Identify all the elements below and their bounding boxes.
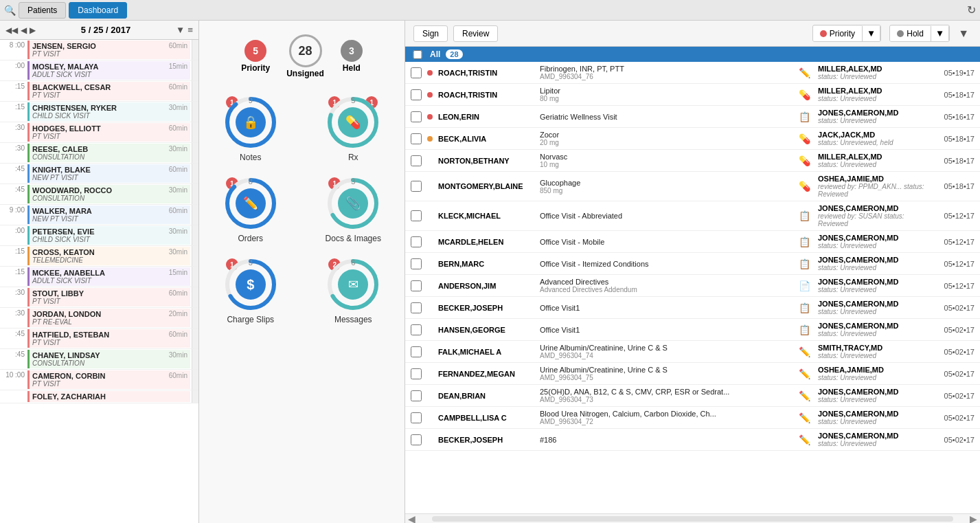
tab-dashboard[interactable]: Dashboard bbox=[69, 2, 127, 19]
row-checkbox[interactable] bbox=[411, 258, 422, 269]
time-slot[interactable]: :30 60min HODGES, ELLIOTT PT VISIT bbox=[0, 122, 198, 143]
priority-main-btn[interactable]: Priority bbox=[813, 26, 863, 41]
appointment-block[interactable]: FOLEY, ZACHARIAH bbox=[27, 391, 190, 402]
time-slot[interactable]: :15 30min CROSS, KEATON TELEMEDICINE bbox=[0, 246, 198, 267]
appointment-block[interactable]: 60min KNIGHT, BLAKE NEW PT VISIT bbox=[27, 164, 190, 183]
hold-caret-btn[interactable]: ▼ bbox=[931, 25, 949, 41]
table-row[interactable]: LEON,ERIN Geriatric Wellness Visit 📋 JON… bbox=[405, 106, 980, 128]
appointment-block[interactable]: 20min JORDAN, LONDON PT RE-EVAL bbox=[27, 309, 190, 327]
time-slot[interactable]: :15 30min CHRISTENSEN, RYKER CHILD SICK … bbox=[0, 102, 198, 122]
appointment-block[interactable]: 60min HODGES, ELLIOTT PT VISIT bbox=[27, 123, 190, 142]
priority-caret-btn[interactable]: ▼ bbox=[863, 25, 880, 41]
appointment-block[interactable]: 60min STOUT, LIBBY PT VISIT bbox=[27, 288, 190, 307]
appointment-block[interactable]: 30min WOODWARD, ROCCO CONSULTATION bbox=[27, 185, 190, 203]
table-row[interactable]: BECKER,JOSEPH #186 ✏️ JONES,CAMERON,MD s… bbox=[405, 429, 980, 451]
time-slot[interactable]: 10 :00 60min CAMERON, CORBIN PT VISIT bbox=[0, 370, 198, 390]
table-row[interactable]: DEAN,BRIAN 25(OH)D, ANA, B12, C & S, CMV… bbox=[405, 385, 980, 407]
appointment-block[interactable]: 15min MOSLEY, MALAYA ADULT SICK VISIT bbox=[27, 61, 190, 80]
time-slot[interactable]: :00 30min PETERSEN, EVIE CHILD SICK VISI… bbox=[0, 225, 198, 246]
appointment-block[interactable]: 60min JENSEN, SERGIO PT VISIT bbox=[27, 41, 190, 59]
row-checkbox[interactable] bbox=[411, 133, 422, 144]
hold-main-btn[interactable]: Hold bbox=[890, 26, 931, 41]
appointment-block[interactable]: 30min CROSS, KEATON TELEMEDICINE bbox=[27, 247, 190, 265]
icon-item-messages[interactable]: 2 6 ✉ Messages bbox=[309, 257, 398, 324]
horizontal-scrollbar[interactable]: ◀ ▶ bbox=[405, 513, 980, 523]
appointment-block[interactable]: 60min WALKER, MARA NEW PT VISIT bbox=[27, 205, 190, 224]
table-row[interactable]: BERN,MARC Office Visit - Itemized Condit… bbox=[405, 253, 980, 275]
icon-item-rx[interactable]: 11 5 💊 Rx bbox=[309, 95, 398, 162]
table-row[interactable]: ANDERSON,JIM Advanced Directives Advance… bbox=[405, 275, 980, 297]
time-slot[interactable]: :45 30min CHANEY, LINDSAY CONSULTATION bbox=[0, 349, 198, 370]
row-checkbox[interactable] bbox=[411, 412, 422, 423]
all-label[interactable]: All bbox=[430, 49, 440, 59]
time-slot[interactable]: :30 20min JORDAN, LONDON PT RE-EVAL bbox=[0, 308, 198, 329]
schedule-list-btn[interactable]: ≡ bbox=[187, 25, 193, 35]
icon-item-notes[interactable]: 1 9 🔒 Notes bbox=[206, 95, 295, 162]
row-checkbox[interactable] bbox=[411, 324, 422, 335]
tab-patients[interactable]: Patients bbox=[19, 2, 66, 19]
appointment-block[interactable]: 60min CAMERON, CORBIN PT VISIT bbox=[27, 370, 190, 389]
table-row[interactable]: KLECK,MICHAEL Office Visit - Abbreviated… bbox=[405, 201, 980, 231]
table-row[interactable]: CAMPBELL,LISA C Blood Urea Nitrogen, Cal… bbox=[405, 407, 980, 429]
time-slot[interactable]: :45 60min KNIGHT, BLAKE NEW PT VISIT bbox=[0, 164, 198, 184]
schedule-prev-btn[interactable]: ◀ bbox=[21, 25, 27, 35]
table-row[interactable]: MCARDLE,HELEN Office Visit - Mobile 📋 JO… bbox=[405, 231, 980, 253]
time-slot[interactable]: :45 60min HATFIELD, ESTEBAN PT VISIT bbox=[0, 329, 198, 349]
appointment-block[interactable]: 15min MCKEE, ANABELLA ADULT SICK VISIT bbox=[27, 267, 190, 286]
schedule-next-btn[interactable]: ▶ bbox=[30, 25, 36, 35]
appointment-block[interactable]: 60min HATFIELD, ESTEBAN PT VISIT bbox=[27, 329, 190, 348]
row-checkbox[interactable] bbox=[411, 280, 422, 291]
time-slot[interactable]: :15 60min BLACKWELL, CESAR PT VISIT bbox=[0, 81, 198, 102]
time-slot[interactable]: :45 30min WOODWARD, ROCCO CONSULTATION bbox=[0, 184, 198, 205]
table-row[interactable]: BECKER,JOSEPH Office Visit1 📋 JONES,CAME… bbox=[405, 297, 980, 319]
row-checkbox[interactable] bbox=[411, 236, 422, 247]
row-checkbox[interactable] bbox=[411, 210, 422, 221]
appointment-block[interactable]: 60min BLACKWELL, CESAR PT VISIT bbox=[27, 82, 190, 100]
time-slot[interactable]: :00 15min MOSLEY, MALAYA ADULT SICK VISI… bbox=[0, 60, 198, 81]
time-slot[interactable]: 8 :00 60min JENSEN, SERGIO PT VISIT bbox=[0, 40, 198, 60]
row-checkbox[interactable] bbox=[411, 181, 422, 192]
icon-item-docs-&-images[interactable]: 1 3 📎 Docs & Images bbox=[309, 176, 398, 243]
refresh-icon[interactable]: ↻ bbox=[967, 3, 976, 16]
table-row[interactable]: FALK,MICHAEL A Urine Albumin/Creatinine,… bbox=[405, 341, 980, 363]
row-checkbox[interactable] bbox=[411, 368, 422, 379]
table-row[interactable]: FERNANDEZ,MEGAN Urine Albumin/Creatinine… bbox=[405, 363, 980, 385]
review-button[interactable]: Review bbox=[453, 25, 498, 42]
row-checkbox[interactable] bbox=[411, 390, 422, 401]
row-checkbox[interactable] bbox=[411, 155, 422, 166]
row-checkbox[interactable] bbox=[411, 302, 422, 313]
scroll-left-btn[interactable]: ◀ bbox=[405, 513, 418, 524]
time-slot[interactable]: :30 60min STOUT, LIBBY PT VISIT bbox=[0, 287, 198, 308]
search-icon[interactable]: 🔍 bbox=[4, 5, 16, 16]
row-patient-name: FALK,MICHAEL A bbox=[438, 348, 534, 356]
time-slot[interactable]: 9 :00 60min WALKER, MARA NEW PT VISIT bbox=[0, 205, 198, 225]
table-row[interactable]: BECK,ALIVIA Zocor 20 mg 💊 JACK,JACK,MD s… bbox=[405, 128, 980, 150]
select-all-checkbox[interactable] bbox=[411, 50, 424, 59]
appointment-block[interactable]: 30min CHRISTENSEN, RYKER CHILD SICK VISI… bbox=[27, 102, 190, 121]
sign-button[interactable]: Sign bbox=[413, 25, 448, 42]
row-checkbox[interactable] bbox=[411, 434, 422, 445]
time-slot[interactable]: :30 30min REESE, CALEB CONSULTATION bbox=[0, 143, 198, 164]
row-doctor-name: JONES,CAMERON,MD bbox=[818, 234, 928, 242]
table-filter-btn[interactable]: ▼ bbox=[955, 27, 972, 40]
row-status: reviewed by: SUSAN status: Reviewed bbox=[818, 212, 928, 227]
time-slot[interactable]: FOLEY, ZACHARIAH bbox=[0, 390, 198, 403]
row-checkbox[interactable] bbox=[411, 67, 422, 78]
table-row[interactable]: HANSEN,GEORGE Office Visit1 📋 JONES,CAME… bbox=[405, 319, 980, 341]
row-checkbox[interactable] bbox=[411, 111, 422, 122]
row-checkbox[interactable] bbox=[411, 89, 422, 100]
table-row[interactable]: ROACH,TRISTIN Lipitor 80 mg 💊 MILLER,ALE… bbox=[405, 84, 980, 106]
appointment-block[interactable]: 30min PETERSEN, EVIE CHILD SICK VISIT bbox=[27, 226, 190, 245]
scroll-right-btn[interactable]: ▶ bbox=[967, 513, 980, 524]
icon-item-charge-slips[interactable]: 1 3 $ Charge Slips bbox=[206, 257, 295, 324]
table-row[interactable]: ROACH,TRISTIN Fibrinogen, INR, PT, PTT A… bbox=[405, 62, 980, 84]
row-checkbox[interactable] bbox=[411, 346, 422, 357]
icon-item-orders[interactable]: 1 8 ✏️ Orders bbox=[206, 176, 295, 243]
table-row[interactable]: MONTGOMERY,BLAINE Glucophage 850 mg 💊 OS… bbox=[405, 172, 980, 201]
table-row[interactable]: NORTON,BETHANY Norvasc 10 mg 💊 MILLER,AL… bbox=[405, 150, 980, 172]
appointment-block[interactable]: 30min REESE, CALEB CONSULTATION bbox=[27, 144, 190, 162]
schedule-filter-btn[interactable]: ▼ bbox=[176, 25, 185, 35]
appointment-block[interactable]: 30min CHANEY, LINDSAY CONSULTATION bbox=[27, 350, 190, 368]
schedule-prev-prev-btn[interactable]: ◀◀ bbox=[5, 25, 18, 35]
time-slot[interactable]: :15 15min MCKEE, ANABELLA ADULT SICK VIS… bbox=[0, 267, 198, 287]
